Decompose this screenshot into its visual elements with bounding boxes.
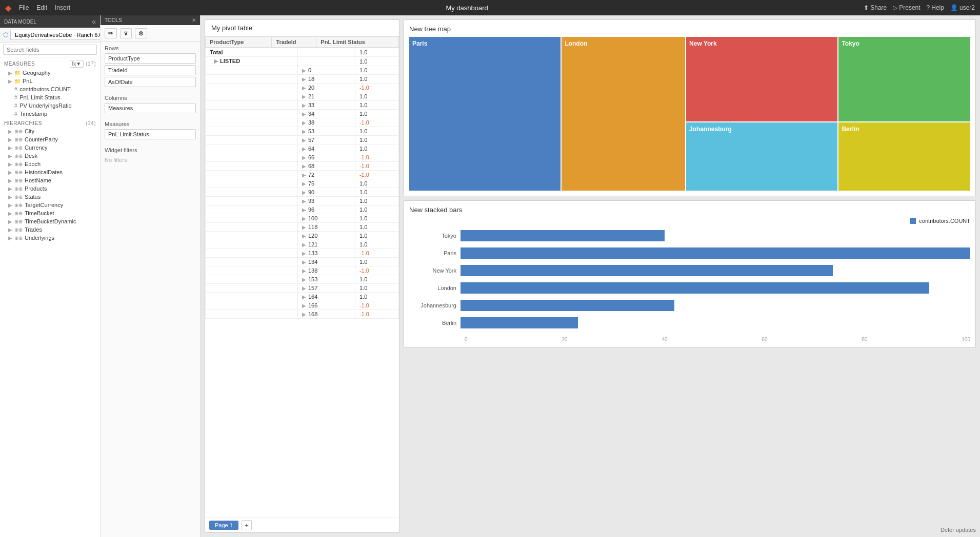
table-row[interactable]: ▶166-1.0 xyxy=(206,301,399,310)
hierarchy-city[interactable]: ▶ ⊕⊕ City xyxy=(0,127,100,135)
treemap-cell-tokyo[interactable]: Tokyo xyxy=(838,37,970,121)
table-row[interactable]: ▶20-1.0 xyxy=(206,84,399,92)
search-fields-input[interactable] xyxy=(3,45,97,55)
table-row[interactable]: ▶138-1.0 xyxy=(206,266,399,275)
table-row[interactable]: ▶331.0 xyxy=(206,101,399,110)
treemap-cell-paris[interactable]: Paris xyxy=(409,37,561,191)
clear-tool-button[interactable]: ⊗ xyxy=(135,28,147,38)
row-producttype xyxy=(206,92,298,101)
table-row[interactable]: ▶1201.0 xyxy=(206,232,399,240)
menu-file[interactable]: File xyxy=(19,4,29,11)
row-value: 1.0 xyxy=(355,144,398,153)
table-row[interactable]: ▶751.0 xyxy=(206,179,399,188)
table-row[interactable]: ▶1571.0 xyxy=(206,284,399,293)
treemap-label-london: London xyxy=(565,40,587,47)
hierarchy-epoch[interactable]: ▶ ⊕⊕ Epoch xyxy=(0,160,100,168)
row-producttype xyxy=(206,284,298,293)
hierarchy-hostname[interactable]: ▶ ⊕⊕ HostName xyxy=(0,176,100,184)
measure-timestamp[interactable]: ▶ # Timestamp xyxy=(0,110,100,118)
close-tools-button[interactable]: ✕ xyxy=(192,17,196,23)
table-row[interactable]: ▶931.0 xyxy=(206,197,399,205)
cube-dropdown[interactable]: EquityDerivativesCube · Ranch 6.0 xyxy=(10,30,101,40)
hierarchy-trades[interactable]: ▶ ⊕⊕ Trades xyxy=(0,225,100,234)
table-row[interactable]: ▶66-1.0 xyxy=(206,153,399,162)
table-row[interactable]: ▶68-1.0 xyxy=(206,162,399,171)
row-producttype xyxy=(206,258,298,266)
bar-row: Paris xyxy=(409,247,970,259)
hierarchy-underlyings[interactable]: ▶ ⊕⊕ Underlyings xyxy=(0,234,100,242)
table-row[interactable]: ▶01.0 xyxy=(206,66,399,75)
hierarchy-products[interactable]: ▶ ⊕⊕ Products xyxy=(0,184,100,193)
table-row[interactable]: ▶133-1.0 xyxy=(206,249,399,258)
row-value: -1.0 xyxy=(355,266,398,275)
table-row[interactable]: ▶1211.0 xyxy=(206,240,399,249)
table-row[interactable]: ▶1181.0 xyxy=(206,223,399,232)
measure-pnl-limit-status[interactable]: ▶ # PnL Limit Status xyxy=(0,93,100,101)
treemap-cell-johannesburg[interactable]: Johannesburg xyxy=(686,122,837,191)
table-row[interactable]: ▶168-1.0 xyxy=(206,310,399,319)
columns-item-measures[interactable]: Measures xyxy=(105,103,196,113)
row-producttype xyxy=(206,101,298,110)
table-row[interactable]: ▶961.0 xyxy=(206,205,399,214)
table-row[interactable]: ▶72-1.0 xyxy=(206,171,399,179)
rows-item-producttype[interactable]: ProductType xyxy=(105,53,196,64)
present-button[interactable]: ▷ Present xyxy=(893,4,920,11)
table-row[interactable]: ▶901.0 xyxy=(206,188,399,197)
measure-contributors-count[interactable]: ▶ # contributors.COUNT xyxy=(0,85,100,93)
row-value: 1.0 xyxy=(355,66,398,75)
tools-label: TOOLS xyxy=(105,17,122,23)
treemap-col-ny-jburg: New York Johannesburg xyxy=(686,37,837,191)
menu-edit[interactable]: Edit xyxy=(36,4,47,11)
table-row[interactable]: ▶1001.0 xyxy=(206,214,399,223)
treemap-cell-london[interactable]: London xyxy=(562,37,685,191)
filter-tool-button[interactable]: ⊽ xyxy=(120,28,132,38)
table-row[interactable]: ▶531.0 xyxy=(206,127,399,136)
measure-pnl[interactable]: ▶ 📁 PnL xyxy=(0,77,100,85)
hierarchy-desk[interactable]: ▶ ⊕⊕ Desk xyxy=(0,152,100,160)
help-button[interactable]: ? Help xyxy=(927,4,944,11)
table-row[interactable]: ▶211.0 xyxy=(206,92,399,101)
top-right-actions: ⬆ Share ▷ Present ? Help 👤 user2 xyxy=(864,4,975,11)
rows-item-asofdate[interactable]: AsOfDate xyxy=(105,77,196,87)
treemap-cell-berlin[interactable]: Berlin xyxy=(838,122,970,191)
listed-tradeid xyxy=(297,57,355,66)
collapse-data-model-button[interactable]: « xyxy=(92,17,96,26)
measure-pv-underlyings-ratio[interactable]: ▶ # PV UnderlyingsRatio xyxy=(0,101,100,110)
table-row[interactable]: ▶181.0 xyxy=(206,75,399,84)
table-row[interactable]: ▶1641.0 xyxy=(206,293,399,301)
measure-geography[interactable]: ▶ 📁 Geography xyxy=(0,69,100,77)
share-button[interactable]: ⬆ Share xyxy=(864,4,887,11)
measures-item-pnl-limit-status[interactable]: PnL Limit Status xyxy=(105,129,196,139)
fx-button[interactable]: fx▼ xyxy=(70,60,84,68)
hierarchy-counterparty[interactable]: ▶ ⊕⊕ CounterParty xyxy=(0,135,100,143)
hierarchy-status[interactable]: ▶ ⊕⊕ Status xyxy=(0,193,100,201)
menu-insert[interactable]: Insert xyxy=(55,4,70,11)
measures-count: (17) xyxy=(86,61,96,67)
rows-item-tradeid[interactable]: TradeId xyxy=(105,65,196,75)
table-row[interactable]: ▶1531.0 xyxy=(206,275,399,284)
bar-track xyxy=(461,230,970,241)
treemap-col-tokyo-berlin: Tokyo Berlin xyxy=(838,37,970,191)
hierarchy-currency[interactable]: ▶ ⊕⊕ Currency xyxy=(0,143,100,152)
user-button[interactable]: 👤 user2 xyxy=(950,4,975,11)
edit-tool-button[interactable]: ✏ xyxy=(105,28,117,38)
add-page-button[interactable]: + xyxy=(242,520,252,530)
table-row[interactable]: ▶641.0 xyxy=(206,144,399,153)
table-row[interactable]: ▶571.0 xyxy=(206,136,399,144)
table-row[interactable]: ▶1341.0 xyxy=(206,258,399,266)
hierarchy-timebucket[interactable]: ▶ ⊕⊕ TimeBucket xyxy=(0,209,100,217)
defer-updates-button[interactable]: Defer updates xyxy=(941,527,976,533)
main-layout: DATA MODEL « ⬡ EquityDerivativesCube · R… xyxy=(0,15,980,537)
page-1-tab[interactable]: Page 1 xyxy=(209,521,238,530)
pivot-scroll-area[interactable]: Total1.0▶LISTED1.0▶01.0▶181.0▶20-1.0▶211… xyxy=(205,48,399,345)
bar-label: Berlin xyxy=(409,320,461,326)
treemap-cell-newyork[interactable]: New York xyxy=(686,37,837,121)
bar-track xyxy=(461,317,970,328)
hierarchy-historicaldates[interactable]: ▶ ⊕⊕ HistoricalDates xyxy=(0,168,100,176)
table-row[interactable]: ▶38-1.0 xyxy=(206,118,399,127)
table-row[interactable]: ▶341.0 xyxy=(206,110,399,118)
hierarchy-timebucketdynamic[interactable]: ▶ ⊕⊕ TimeBucketDynamic xyxy=(0,217,100,225)
row-value: -1.0 xyxy=(355,153,398,162)
hierarchy-targetcurrency[interactable]: ▶ ⊕⊕ TargetCurrency xyxy=(0,201,100,209)
bar-label: Paris xyxy=(409,250,461,256)
